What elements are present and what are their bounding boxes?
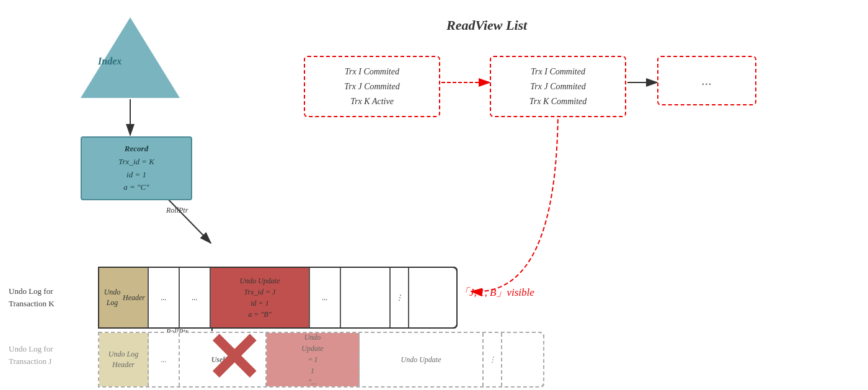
undo-log-j-end [532,332,544,388]
undo-log-k-label: Undo Log for Transaction K [9,285,55,309]
undo-log-k-end [445,267,458,329]
record-label: Record [89,143,184,156]
readview-box-1: Trx I Commited Trx J Commited Trx K Acti… [304,56,440,117]
x-mark: ✕ [205,325,262,390]
undo-log-k-row: Undo Log Header ... ... Undo Update Trx_… [98,267,458,329]
record-id: id = 1 [89,169,184,182]
undo-log-k-dots3: ... [310,268,341,327]
rv-box2-line3: Trx K Commited [502,94,614,109]
undo-log-k-line2: Transaction K [9,298,55,310]
record-a: a = "C" [89,181,184,194]
undo-log-k-empty [341,268,391,327]
undo-log-j-dots1: ... [149,333,180,386]
undo-log-j-line1: Undo Log for [9,343,53,355]
visible-label: 「J, 1, B」visible [459,285,534,299]
readview-title: ReadView List [446,17,527,33]
undo-log-k-vdots: ⋮ [391,268,409,327]
undo-log-j-undo-update: Undo Update = I 1 "... [267,333,360,386]
readview-box-2: Trx I Commited Trx J Commited Trx K Comm… [490,56,626,117]
rollptr-label-1: RollPtr [166,206,188,215]
undo-log-k-header: Undo Log Header [99,268,149,327]
undo-log-j-row: Undo Log Header ... Useless Undo Update … [98,332,544,388]
undo-log-j-label: Undo Log for Transaction J [9,343,53,367]
rv-box1-line3: Trx K Active [316,94,428,109]
rv-box2-line1: Trx I Commited [502,64,614,79]
undo-log-j-line2: Transaction J [9,355,53,368]
rv-box1-line1: Trx I Commited [316,64,428,79]
record-box: Record Trx_id = K id = 1 a = "C" [81,136,192,200]
rv-box2-line2: Trx J Commited [502,79,614,94]
undo-log-k-dots2: ... [180,268,211,327]
undo-log-k-undo-update: Undo Update Trx_id = J id = 1 a = "B" [211,268,310,327]
index-triangle [81,17,180,98]
readview-box-3: ... [657,56,756,105]
undo-log-j-header: Undo Log Header [99,333,149,386]
undo-log-j-undo-update-text: Undo Update [360,333,484,386]
record-trxid: Trx_id = K [89,156,184,169]
undo-log-k-dots1: ... [149,268,180,327]
undo-log-j-vdots: ⋮ [484,333,502,386]
index-label: Index [98,56,122,67]
undo-log-k-line1: Undo Log for [9,285,55,298]
svg-line-1 [162,193,211,243]
rv-box1-line2: Trx J Commited [316,79,428,94]
